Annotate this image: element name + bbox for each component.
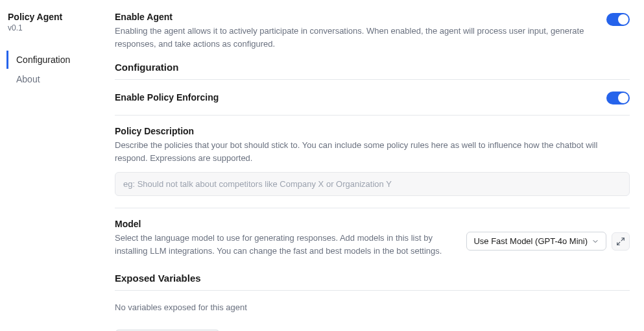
enable-policy-toggle[interactable] (606, 92, 630, 104)
expand-button[interactable] (612, 232, 630, 251)
model-section: Model Select the language model to use f… (115, 219, 630, 257)
toggle-knob (618, 93, 628, 103)
sidebar-item-label: Configuration (16, 55, 70, 65)
enable-policy-section: Enable Policy Enforcing (115, 90, 630, 104)
divider (115, 290, 630, 291)
sidebar-item-label: About (16, 74, 40, 84)
enable-agent-toggle[interactable] (606, 13, 630, 26)
enable-agent-label: Enable Agent (115, 12, 593, 22)
sidebar-item-configuration[interactable]: Configuration (6, 51, 107, 69)
policy-description-input[interactable] (115, 172, 630, 196)
sidebar-nav: Configuration About (6, 51, 107, 88)
divider (115, 208, 630, 208)
enable-agent-text: Enable Agent Enabling the agent allows i… (115, 12, 593, 50)
enable-agent-description: Enabling the agent allows it to actively… (115, 25, 593, 50)
expand-icon (616, 237, 625, 246)
chevron-down-icon (591, 238, 599, 245)
enable-agent-section: Enable Agent Enabling the agent allows i… (115, 12, 630, 50)
enable-policy-label: Enable Policy Enforcing (115, 92, 219, 103)
model-controls: Use Fast Model (GPT-4o Mini) (466, 232, 630, 251)
sidebar-version: v0.1 (6, 23, 107, 32)
divider (115, 79, 630, 80)
main-content: Enable Agent Enabling the agent allows i… (107, 0, 644, 331)
sidebar: Policy Agent v0.1 Configuration About (0, 0, 107, 331)
model-select-value: Use Fast Model (GPT-4o Mini) (473, 236, 588, 246)
exposed-variables-empty: No variables exposed for this agent (115, 301, 630, 314)
model-label: Model (115, 219, 630, 229)
policy-description-label: Policy Description (115, 126, 630, 136)
configuration-heading: Configuration (115, 62, 630, 73)
toggle-knob (618, 14, 628, 25)
policy-description-section: Policy Description Describe the policies… (115, 126, 630, 196)
model-description: Select the language model to use for gen… (115, 232, 459, 257)
exposed-variables-heading: Exposed Variables (115, 273, 630, 284)
model-select[interactable]: Use Fast Model (GPT-4o Mini) (466, 232, 606, 251)
divider (115, 115, 630, 116)
policy-description-text: Describe the policies that your bot shou… (115, 139, 630, 164)
sidebar-item-about[interactable]: About (6, 70, 107, 88)
sidebar-title: Policy Agent (6, 12, 107, 22)
